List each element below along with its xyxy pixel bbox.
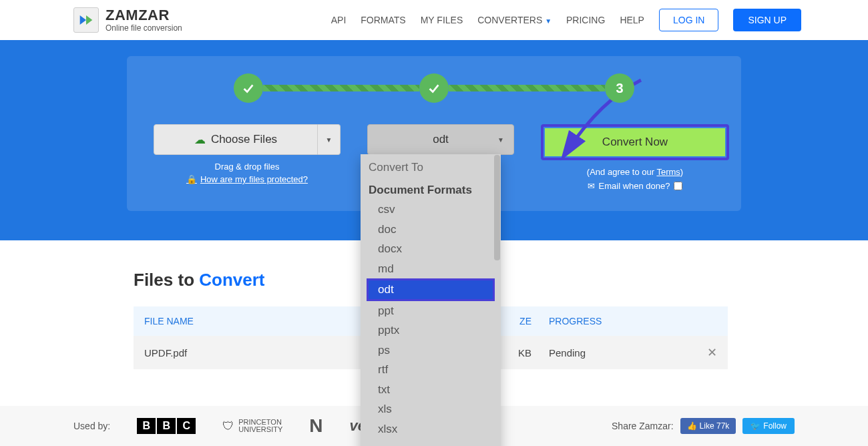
choose-files-caret[interactable]: ▼ <box>318 124 341 155</box>
convert-highlight: Convert Now <box>541 124 729 160</box>
partner-princeton: 🛡 PRINCETONUNIVERSITY <box>222 419 282 433</box>
files-protected-link[interactable]: 🔒 How are my files protected? <box>186 174 308 184</box>
agree-terms: (And agree to our Terms) <box>587 167 683 177</box>
twitter-follow-button[interactable]: 🐦Follow <box>742 418 795 434</box>
stage-choose: ☁ Choose Files ▼ Drag & drop files 🔒 How… <box>154 124 341 191</box>
email-when-done: ✉ Email when done? <box>588 181 683 191</box>
scrollbar[interactable] <box>494 155 500 260</box>
format-option-ps[interactable]: ps <box>369 341 493 361</box>
convert-now-button[interactable]: Convert Now <box>545 128 725 156</box>
nav-help[interactable]: HELP <box>620 15 644 25</box>
format-option-txt[interactable]: txt <box>369 380 493 400</box>
terms-link[interactable]: Terms <box>656 167 680 177</box>
nav-pricing[interactable]: PRICING <box>566 15 605 25</box>
twitter-icon: 🐦 <box>750 421 761 431</box>
remove-file-button[interactable]: ✕ <box>707 345 717 360</box>
thumbsup-icon: 👍 <box>687 421 697 431</box>
step-indicator: 3 <box>154 73 714 103</box>
format-option-odt[interactable]: odt <box>367 278 495 301</box>
stage-convert: Convert Now (And agree to our Terms) ✉ E… <box>541 124 729 191</box>
step1-check-icon <box>234 73 263 103</box>
share-label: Share Zamzar: <box>612 421 674 431</box>
format-select[interactable]: odt ▼ <box>367 124 514 155</box>
chevron-down-icon: ▼ <box>545 17 552 25</box>
brand-name: ZAMZAR <box>105 8 182 23</box>
used-by-label: Used by: <box>73 421 110 431</box>
format-option-xls[interactable]: xls <box>369 399 493 419</box>
upload-icon: ☁ <box>194 133 206 147</box>
nav-converters[interactable]: CONVERTERS ▼ <box>477 15 552 25</box>
format-option-docx[interactable]: docx <box>369 239 493 259</box>
dropdown-header: Convert To <box>361 154 501 178</box>
partner-netflix: N <box>309 415 322 437</box>
format-option-ppt[interactable]: ppt <box>369 301 493 321</box>
primary-nav: API FORMATS MY FILES CONVERTERS ▼ PRICIN… <box>331 9 801 31</box>
format-option-doc[interactable]: doc <box>369 220 493 240</box>
choose-files-button[interactable]: ☁ Choose Files <box>154 124 318 155</box>
format-option-rtf[interactable]: rtf <box>369 360 493 380</box>
partner-bbc: BBC <box>137 418 196 434</box>
format-option-csv[interactable]: csv <box>369 200 493 220</box>
format-option-xlsx[interactable]: xlsx <box>369 419 493 439</box>
chevron-down-icon: ▼ <box>497 136 504 144</box>
brand-tagline: Online file conversion <box>105 24 182 32</box>
nav-formats[interactable]: FORMATS <box>361 15 405 25</box>
nav-myfiles[interactable]: MY FILES <box>421 15 463 25</box>
lock-icon: 🔒 <box>186 174 197 184</box>
dragdrop-label: Drag & drop files <box>215 162 280 172</box>
step2-check-icon <box>419 73 449 103</box>
signup-button[interactable]: SIGN UP <box>733 9 801 31</box>
step-line <box>263 85 419 91</box>
dropdown-group-documents: Document Formats <box>369 184 493 197</box>
format-dropdown[interactable]: Convert To Document Formats csv doc docx… <box>361 154 501 446</box>
logo-icon <box>73 7 99 33</box>
step-line <box>449 85 605 91</box>
facebook-like-button[interactable]: 👍Like 77k <box>680 418 736 434</box>
nav-api[interactable]: API <box>331 15 347 25</box>
email-checkbox[interactable] <box>674 182 682 190</box>
format-option-md[interactable]: md <box>369 259 493 279</box>
step3-badge: 3 <box>605 73 634 103</box>
mail-icon: ✉ <box>588 181 595 191</box>
login-button[interactable]: LOG IN <box>659 9 718 31</box>
col-progress: PROGRESS <box>531 316 717 326</box>
header: ZAMZAR Online file conversion API FORMAT… <box>0 0 868 40</box>
format-option-pptx[interactable]: pptx <box>369 320 493 341</box>
logo[interactable]: ZAMZAR Online file conversion <box>73 7 182 33</box>
cell-progress: Pending <box>531 347 707 359</box>
shield-icon: 🛡 <box>222 420 234 432</box>
